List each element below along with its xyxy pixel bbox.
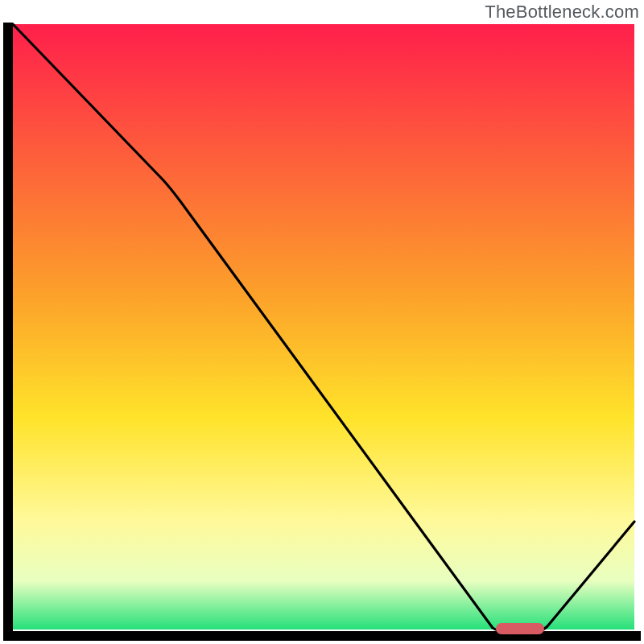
chart-stage: TheBottleneck.com — [0, 0, 644, 644]
optimal-marker — [496, 623, 544, 634]
watermark-text: TheBottleneck.com — [485, 2, 639, 23]
x-axis — [3, 631, 641, 641]
chart-svg — [0, 0, 644, 644]
y-axis — [3, 23, 13, 641]
plot-background — [13, 24, 634, 630]
